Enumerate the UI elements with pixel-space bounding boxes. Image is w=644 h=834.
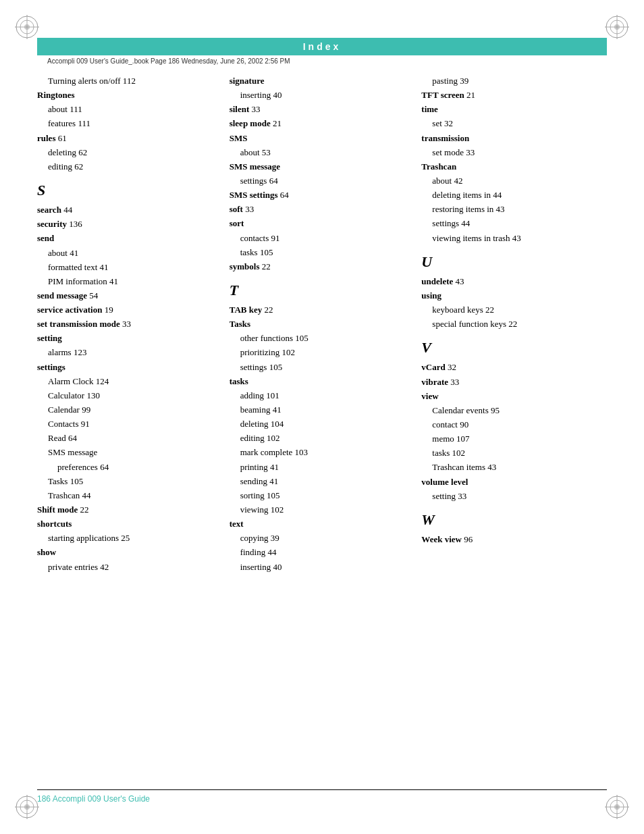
entry-main-text: Week view xyxy=(421,534,462,544)
index-entry-main: search 44 xyxy=(37,203,216,217)
entry-page-num: 43 xyxy=(453,276,464,286)
entry-main-text: send message xyxy=(37,290,87,301)
entry-main-text: SMS settings xyxy=(230,190,278,200)
index-entry-sub: contacts 91 xyxy=(230,232,408,245)
index-entry-sub: viewing 102 xyxy=(230,503,408,517)
entry-main-text: search xyxy=(37,205,61,215)
index-entry-sub: Read 64 xyxy=(37,432,216,445)
index-entry-sub: editing 102 xyxy=(230,432,408,445)
index-entry-sub: settings 44 xyxy=(421,217,600,230)
column-3: pasting 39TFT screen 21timeset 32transmi… xyxy=(414,74,607,780)
column-1: Turning alerts on/off 112Ringtonesabout … xyxy=(37,74,223,780)
entry-main-text: SMS message xyxy=(230,161,280,172)
index-entry-sub: deleting 62 xyxy=(37,146,216,159)
index-entry-sub: beaming 41 xyxy=(230,403,408,417)
index-entry-sub: set mode 33 xyxy=(421,146,600,159)
index-entry-main: SMS settings 64 xyxy=(230,188,408,202)
index-entry-sub: restoring items in 43 xyxy=(421,203,600,216)
entry-main-text: Shift mode xyxy=(37,504,78,515)
index-entry-sub: Calendar events 95 xyxy=(421,404,600,417)
index-entry-main: Shift mode 22 xyxy=(37,503,216,517)
entry-page-num: 64 xyxy=(278,190,289,200)
entry-page-num: 22 xyxy=(262,305,273,315)
index-entry-sub: inserting 40 xyxy=(230,561,408,574)
entry-main-text: security xyxy=(37,219,67,229)
index-entry-sub: Contacts 91 xyxy=(37,417,216,431)
entry-page-num: 22 xyxy=(259,261,270,271)
index-entry-main: soft 33 xyxy=(230,203,408,216)
section-letter-W: W xyxy=(421,509,600,531)
entry-page-num: 96 xyxy=(462,534,473,544)
entry-main-text: TAB key xyxy=(230,305,263,315)
index-entry-sub: about 42 xyxy=(421,174,600,188)
index-entry-sub: about 53 xyxy=(230,146,408,159)
corner-ornament-br xyxy=(603,793,630,820)
index-entry-sub: deleting items in 44 xyxy=(421,188,600,202)
index-entry-main: view xyxy=(421,390,600,403)
index-entry-main: transmission xyxy=(421,132,600,145)
entry-page-num: 33 xyxy=(243,204,254,214)
index-entry-sub: other functions 105 xyxy=(230,332,408,345)
index-entry-sub: about 41 xyxy=(37,246,216,260)
index-entry-sub: formatted text 41 xyxy=(37,261,216,274)
entry-page-num: 21 xyxy=(271,118,281,128)
entry-main-text: Tasks xyxy=(230,319,250,329)
entry-main-text: symbols xyxy=(230,261,260,271)
index-entry-sub: Turning alerts on/off 112 xyxy=(37,74,216,88)
column-2: signatureinserting 40silent 33sleep mode… xyxy=(223,74,415,780)
entry-main-text: SMS xyxy=(230,133,248,143)
index-entry-sub: special function keys 22 xyxy=(421,317,600,331)
index-entry-main: Ringtones xyxy=(37,88,216,102)
entry-page-num: 33 xyxy=(448,377,459,387)
entry-main-text: signature xyxy=(230,76,265,86)
index-entry-sub: sending 41 xyxy=(230,475,408,488)
entry-main-text: Trashcan xyxy=(421,161,456,172)
index-entry-sub: features 111 xyxy=(37,117,216,130)
index-entry-main: shortcuts xyxy=(37,517,216,531)
entry-main-text: text xyxy=(230,519,244,529)
index-entry-sub: prioritizing 102 xyxy=(230,346,408,359)
entry-main-text: send xyxy=(37,233,54,243)
entry-main-text: time xyxy=(421,104,438,114)
entry-page-num: 22 xyxy=(78,504,88,515)
entry-main-text: settings xyxy=(37,362,65,372)
index-entry-sub: Trashcan items 43 xyxy=(421,461,600,474)
index-entry-main: Tasks xyxy=(230,317,408,331)
section-letter-S: S xyxy=(37,179,216,202)
index-entry-sub: SMS message xyxy=(37,446,216,459)
entry-main-text: set transmission mode xyxy=(37,319,120,329)
entry-page-num: 44 xyxy=(61,205,72,215)
index-entry-main: sort xyxy=(230,217,408,230)
entry-main-text: vibrate xyxy=(421,377,448,387)
entry-main-text: transmission xyxy=(421,133,469,143)
entry-main-text: sort xyxy=(230,218,244,228)
entry-page-num: 136 xyxy=(67,219,82,229)
index-entry-sub: keyboard keys 22 xyxy=(421,303,600,317)
index-entry-main: Week view 96 xyxy=(421,533,600,546)
index-entry-sub: tasks 102 xyxy=(421,446,600,460)
entry-main-text: TFT screen xyxy=(421,90,464,100)
corner-ornament-bl xyxy=(14,793,41,820)
index-entry-sub: Alarm Clock 124 xyxy=(37,375,216,388)
index-entry-sub: inserting 40 xyxy=(230,88,408,102)
entry-main-text: setting xyxy=(37,333,62,343)
entry-main-text: vCard xyxy=(421,362,445,372)
index-entry-sub: printing 41 xyxy=(230,461,408,474)
index-entry-sub: pasting 39 xyxy=(421,74,600,88)
index-entry-sub: mark complete 103 xyxy=(230,446,408,459)
index-entry-sub: editing 62 xyxy=(37,160,216,174)
index-entry-main: Trashcan xyxy=(421,160,600,174)
footer-text: 186 Accompli 009 User's Guide xyxy=(37,794,150,804)
index-entry-main: settings xyxy=(37,361,216,374)
index-entry-sub: finding 44 xyxy=(230,546,408,559)
index-entry-sub: Calculator 130 xyxy=(37,389,216,402)
index-entry-sub2: preferences 64 xyxy=(37,461,216,474)
index-entry-sub: alarms 123 xyxy=(37,346,216,359)
index-entry-sub: settings 105 xyxy=(230,361,408,374)
index-entry-sub: memo 107 xyxy=(421,432,600,446)
page-info: Accompli 009 User's Guide_.book Page 186… xyxy=(47,57,290,65)
section-letter-V: V xyxy=(421,336,600,359)
index-entry-sub: sorting 105 xyxy=(230,489,408,502)
entry-page-num: 21 xyxy=(464,90,475,100)
index-entry-sub: copying 39 xyxy=(230,531,408,545)
